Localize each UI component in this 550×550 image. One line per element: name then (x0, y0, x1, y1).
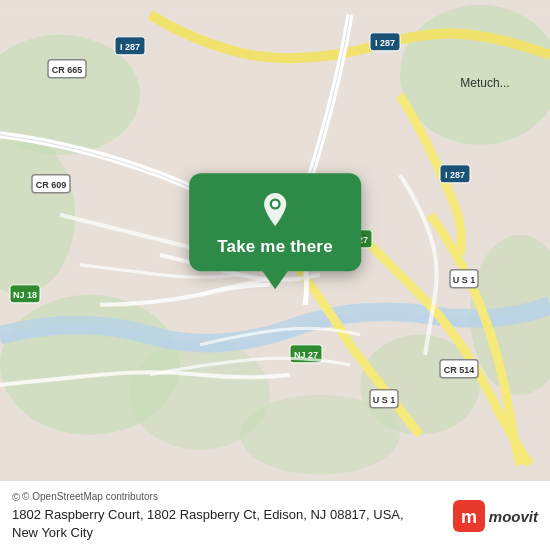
svg-text:CR 665: CR 665 (52, 65, 83, 75)
map-container: I 287 I 287 CR 665 CR 609 NJ 18 (0, 0, 550, 480)
svg-text:CR 609: CR 609 (36, 180, 67, 190)
bottom-bar: © © OpenStreetMap contributors 1802 Rasp… (0, 480, 550, 550)
moovit-brand-text: moovit (489, 508, 538, 525)
moovit-logo: m moovit (453, 500, 538, 532)
svg-text:CR 514: CR 514 (444, 365, 475, 375)
popup-bubble: Take me there (189, 173, 361, 271)
take-me-there-button[interactable]: Take me there (217, 237, 333, 257)
moovit-m-icon: m (453, 500, 485, 532)
svg-text:m: m (461, 507, 477, 527)
location-pin-icon (256, 191, 294, 229)
svg-text:I 287: I 287 (120, 42, 140, 52)
osm-credit: © © OpenStreetMap contributors (12, 491, 432, 503)
copyright-symbol: © (12, 491, 20, 503)
svg-text:NJ 18: NJ 18 (13, 290, 37, 300)
svg-text:U S 1: U S 1 (453, 275, 476, 285)
svg-text:Metuch...: Metuch... (460, 76, 509, 90)
osm-credit-text: © OpenStreetMap contributors (22, 491, 158, 502)
app: I 287 I 287 CR 665 CR 609 NJ 18 (0, 0, 550, 550)
svg-text:I 287: I 287 (445, 170, 465, 180)
svg-text:I 287: I 287 (375, 38, 395, 48)
map-popup: Take me there (189, 173, 361, 271)
svg-point-33 (272, 201, 278, 207)
svg-text:U S 1: U S 1 (373, 395, 396, 405)
bottom-left: © © OpenStreetMap contributors 1802 Rasp… (12, 491, 432, 542)
address-text: 1802 Raspberry Court, 1802 Raspberry Ct,… (12, 506, 432, 542)
